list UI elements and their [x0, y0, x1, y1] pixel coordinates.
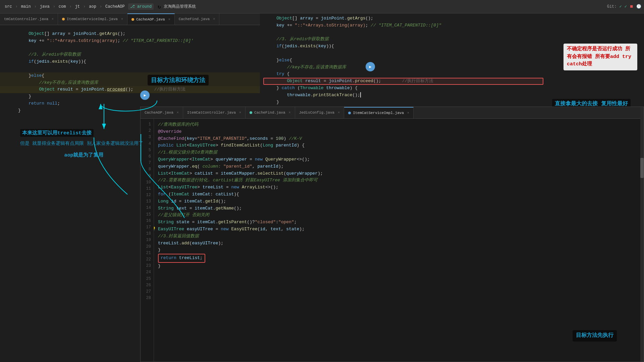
lightbulb-icon: 💡 — [154, 226, 156, 233]
tab-bottom-cachefind[interactable]: CacheFind.java × — [246, 107, 295, 118]
play-button[interactable]: ▶ — [140, 90, 150, 100]
code-line: Object[] array = joinPoint.getArgs(); — [263, 15, 644, 22]
close-icon[interactable]: × — [177, 111, 179, 115]
code-line: if(jedis.exists(key)){ — [0, 58, 260, 65]
tab-left-tmcatcontroller[interactable]: tmCatController.java × — [0, 13, 58, 25]
close-icon[interactable]: × — [407, 111, 409, 115]
code-line: //2.需要将数据进行转化. cartList遍历 封装EasyUITree 添… — [158, 177, 640, 184]
tab-left-itemcatserviceimpl[interactable]: ItemCatServiceImpl.java × — [58, 13, 127, 25]
code-line: } — [158, 263, 640, 270]
code-line: } — [0, 93, 260, 100]
code-line: //1.根据父级分类Id查询数据 — [158, 149, 640, 156]
tab-left-cachefind[interactable]: CacheFind.java × — [175, 13, 219, 25]
breadcrumb-cacheaop[interactable]: CacheAOP — [103, 4, 127, 10]
breadcrumb-src[interactable]: src — [3, 4, 14, 10]
code-line: //是父级就打开 否则关闭 — [158, 212, 640, 219]
tab-bottom-cacheaop[interactable]: CacheAOP.java × — [141, 107, 183, 118]
code-line: //3.封装返回值数据 — [158, 233, 640, 240]
branch-icon: ⎇ — [130, 4, 135, 9]
code-line: queryWrapper.eq( column: "parent_id", pa… — [158, 163, 640, 170]
code-line: //3. 从redis中获取数据 — [0, 51, 260, 58]
code-line: //3. 从redis中获取数据 — [263, 36, 644, 43]
code-line: throwable.printStackTrace(); — [263, 92, 644, 99]
scrollbar-thumb[interactable] — [640, 158, 644, 178]
code-line: public List<EasyUITree> findItemCatList(… — [158, 142, 640, 149]
annotation-aop: aop就是为了复用 — [20, 152, 148, 158]
annotation-direct: 直接拿最大的去接 复用性最好 — [552, 99, 631, 107]
code-line: for (ItemCat itemCat: catList){ — [158, 191, 640, 198]
git-status: Git: ✓ ✓ ⏹ 🕐 — [607, 4, 641, 9]
code-line: //key不存在,应该查询数据库 — [0, 79, 260, 86]
tab-bottom-itemcatserviceimpl[interactable]: ItemCatServiceImpl.java × — [344, 107, 414, 118]
tab-bottom-jedisconfig[interactable]: JedisConfig.java × — [295, 107, 344, 118]
right-bottom-code-panel: CacheAOP.java × ItemCatController.java ×… — [140, 107, 644, 362]
dot-icon — [131, 18, 134, 21]
close-icon[interactable]: × — [213, 17, 215, 21]
code-line: String state = itemCat.getIsParent()?"cl… — [158, 219, 640, 226]
code-line: @Override — [158, 128, 640, 135]
code-line: List<ItemCat> catList = itemCatMapper.se… — [158, 170, 640, 177]
dot-icon — [348, 112, 351, 114]
close-icon[interactable]: × — [338, 111, 340, 115]
breadcrumb-aop[interactable]: aop — [87, 4, 98, 10]
dot-icon — [250, 111, 252, 114]
code-line — [263, 29, 644, 36]
annotation-target-first: 目标方法先执行 — [573, 330, 617, 342]
close-icon[interactable]: × — [121, 17, 123, 21]
code-line: key += "::"+Arrays.toString(array); // "… — [263, 22, 644, 29]
bottom-tab-bar: CacheAOP.java × ItemCatController.java ×… — [141, 107, 644, 119]
git-error-icon: ⏹ — [630, 4, 634, 9]
code-line: try { — [263, 71, 644, 78]
code-line: //查询数据库的代码 — [158, 121, 640, 128]
annotation-treelist: 本来这里可以用treelist去接 — [20, 129, 94, 137]
code-line — [0, 45, 260, 52]
play-button-right[interactable]: ▶ — [366, 62, 375, 71]
code-line: key += "::"+Arrays.toString(array); // "… — [0, 38, 260, 45]
close-icon[interactable]: × — [239, 111, 241, 115]
annotation-business-logic: 但是 就显得业务逻辑有点局限 别人家业务逻辑就没法用了 — [20, 140, 143, 147]
annotation-target-method: 目标方法和环绕方法 — [148, 75, 209, 85]
code-line: Long id = itemCat.getId(); — [158, 198, 640, 205]
code-line: QueryWrapper<ItemCat> queryWrapper = new… — [158, 156, 640, 163]
left-tab-bar: tmCatController.java × ItemCatServiceImp… — [0, 13, 260, 25]
close-icon[interactable]: × — [52, 17, 54, 21]
tab-bottom-itemcatcontroller[interactable]: ItemCatController.java × — [183, 107, 246, 118]
clock-icon: 🕐 — [636, 4, 641, 9]
close-icon[interactable]: × — [168, 18, 170, 21]
code-line: } — [158, 247, 640, 254]
annotation-uncertain: 不确定程序是否运行成功 所有会有报错 所有要add try catch处理 — [564, 44, 637, 70]
scrollbar[interactable] — [640, 107, 644, 362]
breadcrumb-branch[interactable]: ⎇ around — [128, 3, 154, 10]
tab-left-cacheaop[interactable]: CacheAOP.java × — [127, 13, 175, 25]
breadcrumb-jt[interactable]: jt — [73, 4, 82, 10]
code-line: 💡 EasyUITree easyUITree = new EasyUITree… — [158, 226, 640, 233]
code-line: @CacheFind(key="ITEM_CAT_PARENTID",secon… — [158, 135, 640, 142]
code-line-return: return treeList; — [158, 254, 640, 263]
code-line: List<EasyUITree> treeList = new ArrayLis… — [158, 184, 640, 191]
code-line: Object[] array = joinPoint.getArgs(); — [0, 31, 260, 38]
breadcrumb-main[interactable]: main — [19, 4, 33, 10]
code-line: treeList.add(easyUITree); — [158, 240, 640, 247]
breadcrumb-com[interactable]: com — [57, 4, 68, 10]
refresh-icon: ↻ — [158, 3, 161, 10]
top-navigation-bar: src › main › java › com › jt › aop › Cac… — [0, 0, 644, 13]
code-line-result-highlighted: Object result = joinPoint.proceed(); //执… — [263, 78, 644, 85]
code-line: return null; — [0, 100, 260, 107]
right-top-code-panel: Object[] array = joinPoint.getArgs(); ke… — [263, 12, 644, 107]
dot-icon — [62, 18, 65, 20]
close-icon[interactable]: × — [289, 111, 291, 115]
breadcrumb-java[interactable]: java — [38, 4, 52, 10]
code-line-result: Object result = joinPoint.proceed(); //执… — [0, 86, 260, 93]
code-line: String text = itemCat.getName(); — [158, 205, 640, 212]
project-title: 京淘商品管理系统 — [164, 4, 196, 9]
code-line: } catch (Throwable throwable) { — [263, 85, 644, 92]
code-line — [0, 65, 260, 72]
code-line: }else{ — [0, 72, 260, 79]
